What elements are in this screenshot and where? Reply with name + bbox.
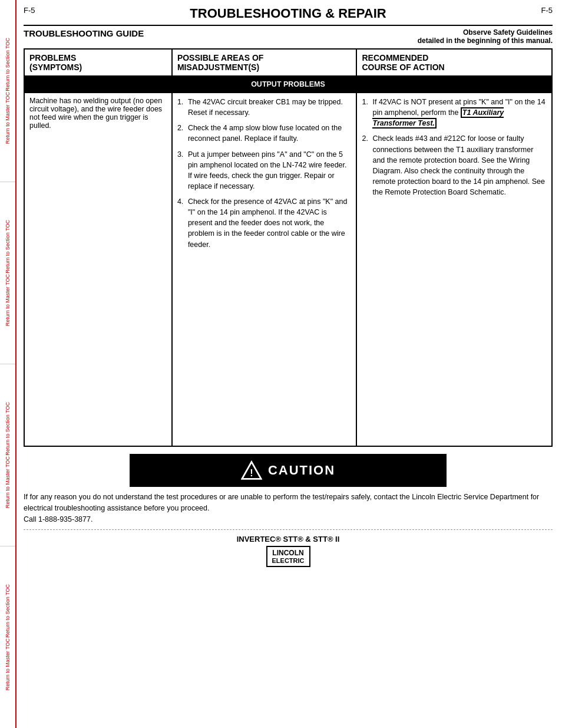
output-problems-header: OUTPUT PROBLEMS bbox=[24, 76, 552, 93]
col-header-problems: PROBLEMS(SYMPTOMS) bbox=[24, 49, 172, 76]
possible-cell: 1. The 42VAC circuit breaker CB1 may be … bbox=[172, 93, 357, 446]
content-row: Machine has no welding output (no open c… bbox=[24, 93, 552, 446]
sidebar-section-1: Return to Section TOC Return to Master T… bbox=[0, 0, 15, 182]
page-footer: INVERTEC® STT® & STT® II LINCOLN ELECTRI… bbox=[24, 535, 553, 567]
list-item: 4. Check for the presence of 42VAC at pi… bbox=[177, 196, 352, 250]
section-title-row: TROUBLESHOOTING GUIDE Observe Safety Gui… bbox=[24, 25, 553, 45]
sidebar-link-section-toc-3[interactable]: Return to Section TOC bbox=[5, 402, 11, 456]
recommended-item-2: Check leads #43 and #212C for loose or f… bbox=[372, 133, 547, 197]
sidebar-link-master-toc-1[interactable]: Return to Master TOC bbox=[5, 92, 11, 144]
sidebar-link-section-toc-1[interactable]: Return to Section TOC bbox=[5, 38, 11, 91]
sidebar-link-master-toc-4[interactable]: Return to Master TOC bbox=[5, 638, 11, 690]
caution-label: CAUTION bbox=[268, 463, 335, 478]
recommended-item-1: If 42VAC is NOT present at pins "K" and … bbox=[372, 97, 547, 129]
col-header-recommended: RECOMMENDEDCOURSE OF ACTION bbox=[356, 49, 552, 76]
rec-item-1-normal: If 42VAC is NOT present at pins "K" and … bbox=[372, 98, 545, 117]
possible-list: 1. The 42VAC circuit breaker CB1 may be … bbox=[177, 97, 352, 250]
sidebar-section-3: Return to Section TOC Return to Master T… bbox=[0, 364, 15, 546]
left-sidebar: Return to Section TOC Return to Master T… bbox=[0, 0, 16, 728]
dashed-separator bbox=[24, 529, 553, 530]
possible-item-3: Put a jumper between pins "A" and "C" on… bbox=[188, 149, 352, 192]
possible-item-4: Check for the presence of 42VAC at pins … bbox=[188, 196, 352, 250]
recommended-list: 1. If 42VAC is NOT present at pins "K" a… bbox=[362, 97, 547, 197]
main-content: F-5 TROUBLESHOOTING & REPAIR F-5 TROUBLE… bbox=[16, 0, 562, 573]
page-title: TROUBLESHOOTING & REPAIR bbox=[41, 6, 535, 21]
problems-cell: Machine has no welding output (no open c… bbox=[24, 93, 172, 446]
list-item: 1. If 42VAC is NOT present at pins "K" a… bbox=[362, 97, 547, 129]
logo-bottom: ELECTRIC bbox=[272, 557, 305, 564]
output-problems-row: OUTPUT PROBLEMS bbox=[24, 76, 552, 93]
sidebar-link-master-toc-3[interactable]: Return to Master TOC bbox=[5, 456, 11, 508]
caution-paragraph: If for any reason you do not understand … bbox=[24, 492, 553, 525]
problem-text: Machine has no welding output (no open c… bbox=[29, 97, 167, 130]
troubleshoot-table: PROBLEMS(SYMPTOMS) POSSIBLE AREAS OFMISA… bbox=[24, 48, 553, 447]
sidebar-section-4: Return to Section TOC Return to Master T… bbox=[0, 546, 15, 728]
safety-note: Observe Safety Guidelines detailed in th… bbox=[418, 28, 553, 45]
logo-top: LINCOLN bbox=[272, 549, 305, 557]
section-title: TROUBLESHOOTING GUIDE bbox=[24, 28, 144, 38]
list-item: 1. The 42VAC circuit breaker CB1 may be … bbox=[177, 97, 352, 118]
footer-product: INVERTEC® STT® & STT® II bbox=[24, 535, 553, 543]
sidebar-link-section-toc-2[interactable]: Return to Section TOC bbox=[5, 220, 11, 274]
page-header: F-5 TROUBLESHOOTING & REPAIR F-5 bbox=[24, 6, 553, 21]
sidebar-section-2: Return to Section TOC Return to Master T… bbox=[0, 182, 15, 364]
caution-triangle-icon: ! bbox=[241, 460, 262, 481]
col-header-possible: POSSIBLE AREAS OFMISADJUSTMENT(S) bbox=[172, 49, 357, 76]
page-number-left: F-5 bbox=[24, 6, 35, 15]
sidebar-link-master-toc-2[interactable]: Return to Master TOC bbox=[5, 274, 11, 326]
caution-box: ! CAUTION bbox=[130, 454, 447, 487]
svg-text:!: ! bbox=[250, 467, 253, 478]
sidebar-link-section-toc-4[interactable]: Return to Section TOC bbox=[5, 584, 11, 638]
list-item: 2. Check leads #43 and #212C for loose o… bbox=[362, 133, 547, 197]
list-item: 2. Check the 4 amp slow blow fuse locate… bbox=[177, 123, 352, 144]
recommended-cell: 1. If 42VAC is NOT present at pins "K" a… bbox=[356, 93, 552, 446]
possible-item-2: Check the 4 amp slow blow fuse located o… bbox=[188, 123, 352, 144]
page-number-right: F-5 bbox=[541, 6, 553, 15]
table-header-row: PROBLEMS(SYMPTOMS) POSSIBLE AREAS OFMISA… bbox=[24, 49, 552, 76]
lincoln-logo: LINCOLN ELECTRIC bbox=[266, 546, 310, 567]
list-item: 3. Put a jumper between pins "A" and "C"… bbox=[177, 149, 352, 192]
possible-item-1: The 42VAC circuit breaker CB1 may be tri… bbox=[188, 97, 352, 118]
